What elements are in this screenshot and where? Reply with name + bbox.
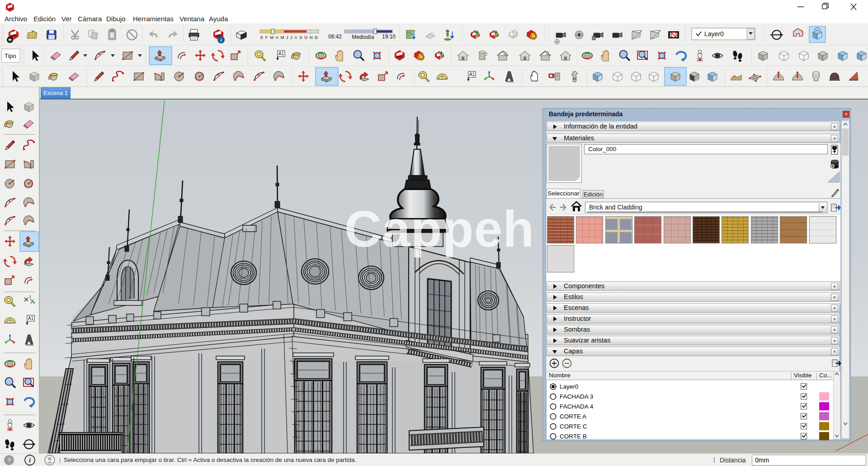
svg-text:19:10: 19:10 <box>382 33 396 40</box>
svg-text:Mediodía: Mediodía <box>352 34 374 40</box>
svg-text:Tipo: Tipo <box>5 52 16 59</box>
svg-text:i: i <box>29 457 31 464</box>
svg-text:06:42: 06:42 <box>328 33 342 40</box>
svg-text:?: ? <box>7 457 10 464</box>
svg-text:Layer0: Layer0 <box>704 30 724 38</box>
svg-text:EFMAMJJASOND: EFMAMJJASOND <box>260 35 320 40</box>
